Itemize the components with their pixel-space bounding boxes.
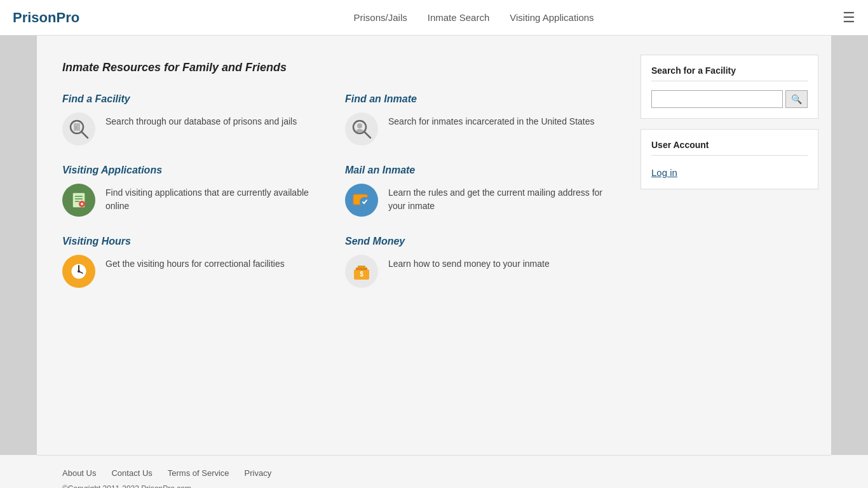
visiting-hours-item: Visiting Hours Get the visiting hours fo… xyxy=(62,236,332,288)
facility-search-button[interactable]: 🔍 xyxy=(785,90,808,108)
find-inmate-item: Find an Inmate Search for inmates incarc… xyxy=(345,93,615,146)
find-facility-icon xyxy=(62,112,95,146)
send-money-body: $ Learn how to send money to your inmate xyxy=(345,255,615,288)
features-grid: Find a Facility Search through our datab… xyxy=(62,93,615,288)
visiting-apps-item: Visiting Applications Find v xyxy=(62,165,332,217)
footer-copyright: ©Copyright 2011-2022 PrisonPro.com xyxy=(62,484,806,488)
hamburger-icon[interactable]: ☰ xyxy=(843,10,855,26)
visiting-hours-text: Get the visiting hours for correctional … xyxy=(105,257,285,271)
footer-privacy-link[interactable]: Privacy xyxy=(245,468,272,478)
mail-inmate-text: Learn the rules and get the current mail… xyxy=(388,186,615,213)
find-inmate-text: Search for inmates incarcerated in the U… xyxy=(388,115,595,128)
facility-search-box: Search for a Facility 🔍 xyxy=(641,55,818,119)
navbar: PrisonPro Prisons/Jails Inmate Search Vi… xyxy=(0,0,868,36)
visiting-apps-body: Find visiting applications that are curr… xyxy=(62,184,332,217)
footer-links: About Us Contact Us Terms of Service Pri… xyxy=(62,468,806,478)
visiting-hours-title[interactable]: Visiting Hours xyxy=(62,236,332,247)
footer-about-link[interactable]: About Us xyxy=(62,468,96,478)
visiting-hours-body: Get the visiting hours for correctional … xyxy=(62,255,332,288)
find-inmate-body: Search for inmates incarcerated in the U… xyxy=(345,112,615,146)
svg-rect-3 xyxy=(75,126,77,129)
find-facility-body: Search through our database of prisons a… xyxy=(62,112,332,146)
footer: About Us Contact Us Terms of Service Pri… xyxy=(37,455,831,488)
nav-links: Prisons/Jails Inmate Search Visiting App… xyxy=(105,12,843,23)
main-content: Inmate Resources for Family and Friends … xyxy=(50,55,628,442)
user-account-title: User Account xyxy=(651,140,808,156)
outer-footer: About Us Contact Us Terms of Service Pri… xyxy=(0,455,868,488)
facility-search-title: Search for a Facility xyxy=(651,65,808,81)
footer-terms-link[interactable]: Terms of Service xyxy=(168,468,229,478)
send-money-icon: $ xyxy=(345,255,378,288)
send-money-item: Send Money $ Learn how to send money to … xyxy=(345,236,615,288)
svg-text:$: $ xyxy=(360,271,363,278)
find-facility-item: Find a Facility Search through our datab… xyxy=(62,93,332,146)
facility-search-input[interactable] xyxy=(651,90,783,108)
user-account-box: User Account Log in xyxy=(641,129,818,189)
prisons-jails-link[interactable]: Prisons/Jails xyxy=(354,12,407,23)
sidebar: Search for a Facility 🔍 User Account Log… xyxy=(641,55,818,442)
find-inmate-title[interactable]: Find an Inmate xyxy=(345,93,615,105)
find-inmate-icon xyxy=(345,112,378,146)
svg-point-6 xyxy=(357,123,362,128)
mail-inmate-item: Mail an Inmate Learn the rules and get t… xyxy=(345,165,615,217)
find-facility-text: Search through our database of prisons a… xyxy=(105,115,297,128)
find-facility-title[interactable]: Find a Facility xyxy=(62,93,332,105)
send-money-text: Learn how to send money to your inmate xyxy=(388,257,550,271)
visiting-apps-icon xyxy=(62,184,95,217)
svg-line-1 xyxy=(81,132,88,138)
send-money-title[interactable]: Send Money xyxy=(345,236,615,247)
visiting-apps-text: Find visiting applications that are curr… xyxy=(105,186,332,213)
visiting-hours-icon xyxy=(62,255,95,288)
mail-inmate-body: Learn the rules and get the current mail… xyxy=(345,184,615,217)
svg-rect-22 xyxy=(358,266,365,268)
mail-inmate-icon xyxy=(345,184,378,217)
inmate-search-link[interactable]: Inmate Search xyxy=(428,12,490,23)
page-wrapper: Inmate Resources for Family and Friends … xyxy=(37,36,831,455)
footer-contact-link[interactable]: Contact Us xyxy=(111,468,152,478)
mail-inmate-title[interactable]: Mail an Inmate xyxy=(345,165,615,176)
facility-search-row: 🔍 xyxy=(651,90,808,108)
visiting-applications-link[interactable]: Visiting Applications xyxy=(510,12,593,23)
search-icon: 🔍 xyxy=(791,94,802,104)
svg-line-5 xyxy=(364,132,370,138)
login-link[interactable]: Log in xyxy=(651,167,677,178)
visiting-apps-title[interactable]: Visiting Applications xyxy=(62,165,332,176)
brand-logo[interactable]: PrisonPro xyxy=(13,10,79,26)
page-title: Inmate Resources for Family and Friends xyxy=(62,61,615,74)
